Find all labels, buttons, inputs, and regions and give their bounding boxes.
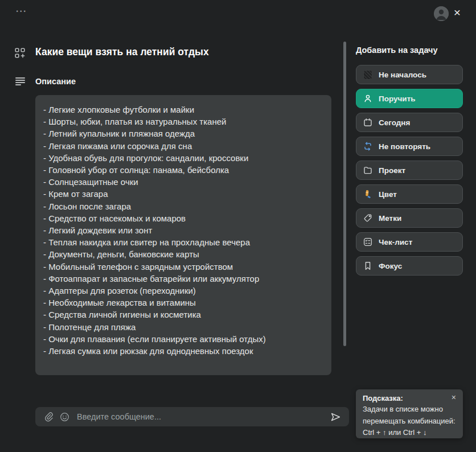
repeat-icon [363, 142, 372, 151]
close-icon[interactable]: × [450, 6, 464, 19]
sidebar-button-label: Сегодня [379, 118, 410, 127]
sidebar-button-checklist[interactable]: Чек-лист [356, 232, 463, 252]
description-line: - Адаптеры для розеток (переходники) [43, 285, 323, 297]
person-icon [363, 94, 372, 103]
status-square-icon [363, 70, 372, 79]
folder-icon [363, 166, 372, 175]
sidebar-button-status[interactable]: Не началось [356, 65, 463, 84]
description-line: - Удобная обувь для прогулок: сандалии, … [43, 152, 323, 164]
send-icon[interactable] [330, 412, 341, 422]
description-line: - Шорты, юбки, платья из натуральных тка… [43, 116, 323, 128]
hint-line: Задачи в списке можно [363, 404, 456, 416]
description-line: - Летний купальник и пляжная одежда [43, 128, 323, 139]
calendar-icon [363, 118, 372, 127]
sidebar-button-tags[interactable]: Метки [356, 208, 463, 228]
sidebar-button-focus[interactable]: Фокус [356, 256, 463, 276]
description-line: - Лосьон после загара [43, 200, 323, 212]
vertical-scrollbar[interactable] [343, 42, 346, 346]
sidebar-button-today[interactable]: Сегодня [356, 113, 463, 132]
description-line: - Головной убор от солнца: панама, бейсб… [43, 164, 323, 176]
sidebar-button-label: Не началось [379, 71, 426, 79]
sidebar-header: Добавить на задачу [356, 46, 438, 55]
description-line: - Полотенце для пляжа [43, 321, 323, 333]
emoji-smiley-icon[interactable] [60, 412, 69, 422]
description-line: - Средства личной гигиены и косметика [43, 309, 323, 320]
avatar[interactable] [434, 6, 449, 21]
checklist-icon [363, 237, 372, 246]
sidebar-button-label: Фокус [379, 262, 402, 270]
message-bar [35, 407, 349, 426]
sidebar-button-label: Поручить [379, 94, 416, 103]
description-line: - Легкий дождевик или зонт [43, 224, 323, 236]
description-line: - Документы, деньги, банковские карты [43, 248, 323, 260]
task-title[interactable]: Какие вещи взять на летний отдых [35, 46, 331, 58]
description-line: - Крем от загара [43, 188, 323, 200]
message-input[interactable] [76, 412, 324, 422]
tag-icon [363, 213, 372, 223]
hint-line: Ctrl + ↑ или Ctrl + ↓ [363, 427, 456, 439]
description-line: - Средство от насекомых и комаров [43, 212, 323, 224]
attach-paperclip-icon[interactable] [43, 412, 54, 422]
sidebar-button-assign[interactable]: Поручить [356, 89, 463, 108]
person-photo-icon [434, 6, 449, 21]
hint-title: Подсказка: [363, 394, 403, 402]
description-label: Описание [35, 77, 76, 86]
description-line: - Легкая сумка или рюкзак для однодневны… [43, 345, 323, 357]
description-line: - Легкие хлопковые футболки и майки [43, 104, 323, 116]
description-line: - Теплая накидка или свитер на прохладны… [43, 236, 323, 248]
hint-close-icon[interactable]: × [452, 394, 456, 401]
sidebar-button-label: Проект [379, 166, 405, 175]
crayon-icon [363, 190, 372, 199]
description-lines-icon [15, 77, 25, 85]
sidebar-button-label: Цвет [379, 190, 397, 199]
sidebar-button-project[interactable]: Проект [356, 161, 463, 180]
sidebar-button-label: Чек-лист [379, 238, 412, 246]
window-menu-button[interactable]: ... [16, 5, 27, 14]
description-line: - Мобильный телефон с зарядным устройств… [43, 261, 323, 273]
description-editor[interactable]: - Легкие хлопковые футболки и майки - Шо… [35, 95, 331, 375]
bookmark-icon [363, 261, 372, 270]
sidebar-buttons: Не началось Поручить Сегодня [356, 65, 463, 276]
sidebar-button-label: Метки [379, 214, 401, 223]
description-line: - Легкая пижама или сорочка для сна [43, 140, 323, 152]
sidebar-button-color[interactable]: Цвет [356, 184, 463, 204]
hint-line: перемещать комбинацией: [363, 416, 456, 428]
hint-box: Подсказка: × Задачи в списке можно перем… [356, 389, 463, 438]
task-grid-icon [15, 48, 25, 58]
description-line: - Солнцезащитные очки [43, 176, 323, 188]
description-line: - Фотоаппарат и запасные батарейки или а… [43, 273, 323, 285]
sidebar-button-repeat[interactable]: Не повторять [356, 137, 463, 156]
description-line: - Необходимые лекарства и витамины [43, 297, 323, 309]
sidebar-button-label: Не повторять [379, 142, 430, 151]
description-line: - Очки для плавания (если планируете акт… [43, 333, 323, 345]
